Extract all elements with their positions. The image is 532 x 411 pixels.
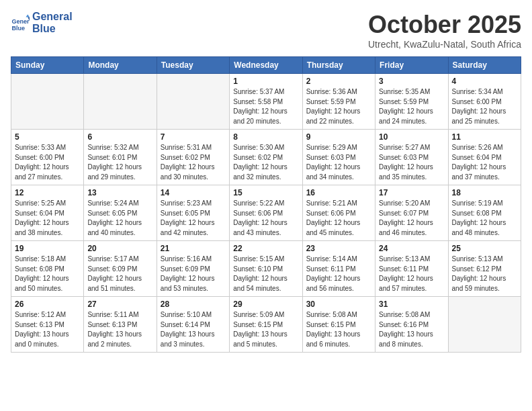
calendar-day-19: 19Sunrise: 5:18 AM Sunset: 6:08 PM Dayli… (11, 241, 84, 297)
day-number: 24 (379, 244, 444, 253)
logo-text-line1: General (32, 11, 73, 23)
day-detail: Sunrise: 5:09 AM Sunset: 6:15 PM Dayligh… (233, 310, 298, 349)
calendar-subtitle: Utrecht, KwaZulu-Natal, South Africa (368, 39, 521, 50)
day-number: 4 (452, 77, 517, 86)
calendar-day-12: 12Sunrise: 5:25 AM Sunset: 6:04 PM Dayli… (11, 185, 84, 241)
calendar-day-empty (84, 74, 157, 130)
day-detail: Sunrise: 5:33 AM Sunset: 6:00 PM Dayligh… (15, 143, 80, 182)
day-detail: Sunrise: 5:35 AM Sunset: 5:59 PM Dayligh… (379, 87, 444, 126)
calendar-day-empty (11, 74, 84, 130)
day-number: 13 (87, 188, 152, 197)
day-number: 19 (15, 244, 80, 253)
calendar-day-3: 3Sunrise: 5:35 AM Sunset: 5:59 PM Daylig… (375, 74, 448, 130)
calendar-week-4: 19Sunrise: 5:18 AM Sunset: 6:08 PM Dayli… (11, 241, 521, 297)
calendar-day-9: 9Sunrise: 5:29 AM Sunset: 6:03 PM Daylig… (302, 130, 375, 185)
day-detail: Sunrise: 5:34 AM Sunset: 6:00 PM Dayligh… (452, 87, 517, 126)
day-number: 16 (306, 188, 371, 197)
calendar-day-28: 28Sunrise: 5:10 AM Sunset: 6:14 PM Dayli… (157, 297, 229, 353)
day-number: 9 (306, 132, 371, 142)
day-detail: Sunrise: 5:12 AM Sunset: 6:13 PM Dayligh… (15, 310, 80, 349)
day-number: 6 (87, 132, 152, 142)
day-number: 7 (161, 132, 226, 142)
calendar-day-4: 4Sunrise: 5:34 AM Sunset: 6:00 PM Daylig… (448, 74, 521, 130)
calendar-day-1: 1Sunrise: 5:37 AM Sunset: 5:58 PM Daylig… (230, 74, 302, 130)
calendar-day-15: 15Sunrise: 5:22 AM Sunset: 6:06 PM Dayli… (230, 185, 302, 241)
col-header-sunday: Sunday (11, 57, 84, 74)
day-detail: Sunrise: 5:14 AM Sunset: 6:11 PM Dayligh… (306, 255, 371, 293)
day-detail: Sunrise: 5:16 AM Sunset: 6:09 PM Dayligh… (161, 255, 226, 293)
day-detail: Sunrise: 5:18 AM Sunset: 6:08 PM Dayligh… (15, 255, 80, 293)
calendar-day-22: 22Sunrise: 5:15 AM Sunset: 6:10 PM Dayli… (230, 241, 302, 297)
day-detail: Sunrise: 5:26 AM Sunset: 6:04 PM Dayligh… (452, 143, 517, 182)
day-detail: Sunrise: 5:08 AM Sunset: 6:15 PM Dayligh… (306, 310, 371, 349)
page-header: General Blue General Blue October 2025 U… (11, 11, 521, 50)
col-header-friday: Friday (375, 57, 448, 74)
calendar-day-empty (157, 74, 229, 130)
calendar-day-7: 7Sunrise: 5:31 AM Sunset: 6:02 PM Daylig… (157, 130, 229, 185)
calendar-week-1: 1Sunrise: 5:37 AM Sunset: 5:58 PM Daylig… (11, 74, 521, 130)
calendar-day-14: 14Sunrise: 5:23 AM Sunset: 6:05 PM Dayli… (157, 185, 229, 241)
logo-icon: General Blue (11, 13, 30, 32)
day-number: 14 (161, 188, 226, 197)
calendar-day-23: 23Sunrise: 5:14 AM Sunset: 6:11 PM Dayli… (302, 241, 375, 297)
day-number: 21 (161, 244, 226, 253)
day-number: 22 (233, 244, 298, 253)
col-header-thursday: Thursday (302, 57, 375, 74)
logo-text-line2: Blue (32, 23, 73, 35)
day-detail: Sunrise: 5:27 AM Sunset: 6:03 PM Dayligh… (379, 143, 444, 182)
calendar-day-26: 26Sunrise: 5:12 AM Sunset: 6:13 PM Dayli… (11, 297, 84, 353)
day-detail: Sunrise: 5:15 AM Sunset: 6:10 PM Dayligh… (233, 255, 298, 293)
calendar-day-6: 6Sunrise: 5:32 AM Sunset: 6:01 PM Daylig… (84, 130, 157, 185)
day-detail: Sunrise: 5:29 AM Sunset: 6:03 PM Dayligh… (306, 143, 371, 182)
col-header-saturday: Saturday (448, 57, 521, 74)
calendar-day-18: 18Sunrise: 5:19 AM Sunset: 6:08 PM Dayli… (448, 185, 521, 241)
day-number: 17 (379, 188, 444, 197)
col-header-tuesday: Tuesday (157, 57, 229, 74)
calendar-day-20: 20Sunrise: 5:17 AM Sunset: 6:09 PM Dayli… (84, 241, 157, 297)
day-detail: Sunrise: 5:13 AM Sunset: 6:11 PM Dayligh… (379, 255, 444, 293)
col-header-wednesday: Wednesday (230, 57, 302, 74)
calendar-day-10: 10Sunrise: 5:27 AM Sunset: 6:03 PM Dayli… (375, 130, 448, 185)
day-detail: Sunrise: 5:17 AM Sunset: 6:09 PM Dayligh… (87, 255, 152, 293)
day-detail: Sunrise: 5:36 AM Sunset: 5:59 PM Dayligh… (306, 87, 371, 126)
calendar-day-21: 21Sunrise: 5:16 AM Sunset: 6:09 PM Dayli… (157, 241, 229, 297)
calendar-header: SundayMondayTuesdayWednesdayThursdayFrid… (11, 57, 521, 74)
calendar-day-29: 29Sunrise: 5:09 AM Sunset: 6:15 PM Dayli… (230, 297, 302, 353)
day-number: 11 (452, 132, 517, 142)
calendar-day-8: 8Sunrise: 5:30 AM Sunset: 6:02 PM Daylig… (230, 130, 302, 185)
day-number: 23 (306, 244, 371, 253)
day-detail: Sunrise: 5:19 AM Sunset: 6:08 PM Dayligh… (452, 199, 517, 238)
calendar-day-24: 24Sunrise: 5:13 AM Sunset: 6:11 PM Dayli… (375, 241, 448, 297)
day-detail: Sunrise: 5:08 AM Sunset: 6:16 PM Dayligh… (379, 310, 444, 349)
logo: General Blue General Blue (11, 11, 73, 34)
day-detail: Sunrise: 5:31 AM Sunset: 6:02 PM Dayligh… (161, 143, 226, 182)
day-number: 29 (233, 300, 298, 309)
day-detail: Sunrise: 5:24 AM Sunset: 6:05 PM Dayligh… (87, 199, 152, 238)
svg-text:Blue: Blue (11, 24, 25, 31)
day-number: 18 (452, 188, 517, 197)
title-block: October 2025 Utrecht, KwaZulu-Natal, Sou… (368, 11, 521, 50)
day-number: 20 (87, 244, 152, 253)
calendar-day-11: 11Sunrise: 5:26 AM Sunset: 6:04 PM Dayli… (448, 130, 521, 185)
calendar-day-17: 17Sunrise: 5:20 AM Sunset: 6:07 PM Dayli… (375, 185, 448, 241)
day-number: 30 (306, 300, 371, 309)
day-number: 3 (379, 77, 444, 86)
calendar-day-30: 30Sunrise: 5:08 AM Sunset: 6:15 PM Dayli… (302, 297, 375, 353)
day-detail: Sunrise: 5:37 AM Sunset: 5:58 PM Dayligh… (233, 87, 298, 126)
day-number: 5 (15, 132, 80, 142)
day-detail: Sunrise: 5:30 AM Sunset: 6:02 PM Dayligh… (233, 143, 298, 182)
calendar-day-empty (448, 297, 521, 353)
day-number: 1 (233, 77, 298, 86)
day-number: 15 (233, 188, 298, 197)
day-number: 8 (233, 132, 298, 142)
calendar-day-25: 25Sunrise: 5:13 AM Sunset: 6:12 PM Dayli… (448, 241, 521, 297)
calendar-day-2: 2Sunrise: 5:36 AM Sunset: 5:59 PM Daylig… (302, 74, 375, 130)
calendar-day-27: 27Sunrise: 5:11 AM Sunset: 6:13 PM Dayli… (84, 297, 157, 353)
day-detail: Sunrise: 5:20 AM Sunset: 6:07 PM Dayligh… (379, 199, 444, 238)
day-detail: Sunrise: 5:11 AM Sunset: 6:13 PM Dayligh… (87, 310, 152, 349)
day-detail: Sunrise: 5:23 AM Sunset: 6:05 PM Dayligh… (161, 199, 226, 238)
col-header-monday: Monday (84, 57, 157, 74)
svg-marker-2 (26, 14, 30, 17)
day-detail: Sunrise: 5:13 AM Sunset: 6:12 PM Dayligh… (452, 255, 517, 293)
day-detail: Sunrise: 5:25 AM Sunset: 6:04 PM Dayligh… (15, 199, 80, 238)
